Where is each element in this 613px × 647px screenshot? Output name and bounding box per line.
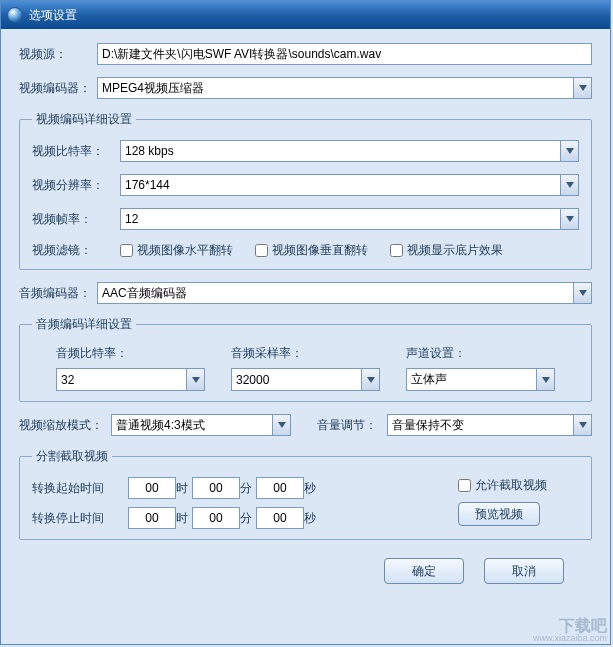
volume-value: 音量保持不变 <box>388 415 573 435</box>
chevron-down-icon <box>186 369 204 390</box>
video-fps-label: 视频帧率： <box>32 211 120 228</box>
scale-mode-select[interactable]: 普通视频4:3模式 <box>111 414 291 436</box>
video-filter-label: 视频滤镜： <box>32 242 120 259</box>
audio-bitrate-label: 音频比特率： <box>56 345 205 362</box>
video-settings-group: 视频编码详细设置 视频比特率： 128 kbps 视频分辨率： 176*144 … <box>19 111 592 270</box>
audio-encoder-select[interactable]: AAC音频编码器 <box>97 282 592 304</box>
audio-channel-label: 声道设置： <box>406 345 555 362</box>
audio-bitrate-value: 32 <box>57 369 186 390</box>
chevron-down-icon <box>560 175 578 195</box>
audio-settings-group: 音频编码详细设置 音频比特率： 32 音频采样率： 32000 <box>19 316 592 402</box>
video-encoder-label: 视频编码器： <box>19 80 97 97</box>
video-group-legend: 视频编码详细设置 <box>32 111 136 128</box>
watermark: 下载吧 www.xiazaiba.com <box>533 618 607 643</box>
stop-time-label: 转换停止时间 <box>32 510 128 527</box>
stop-sec-input[interactable] <box>256 507 304 529</box>
video-resolution-label: 视频分辨率： <box>32 177 120 194</box>
chevron-down-icon <box>573 415 591 435</box>
allow-segment-checkbox[interactable]: 允许截取视频 <box>458 477 547 494</box>
stop-hour-input[interactable] <box>128 507 176 529</box>
video-encoder-select[interactable]: MPEG4视频压缩器 <box>97 77 592 99</box>
flip-h-checkbox[interactable]: 视频图像水平翻转 <box>120 242 233 259</box>
unit-min: 分 <box>240 480 256 497</box>
unit-hour: 时 <box>176 510 192 527</box>
video-encoder-value: MPEG4视频压缩器 <box>98 78 573 98</box>
chevron-down-icon <box>560 141 578 161</box>
volume-select[interactable]: 音量保持不变 <box>387 414 592 436</box>
video-bitrate-select[interactable]: 128 kbps <box>120 140 579 162</box>
ok-button[interactable]: 确定 <box>384 558 464 584</box>
flip-v-checkbox[interactable]: 视频图像垂直翻转 <box>255 242 368 259</box>
start-hour-input[interactable] <box>128 477 176 499</box>
unit-sec: 秒 <box>304 480 320 497</box>
segment-legend: 分割截取视频 <box>32 448 112 465</box>
start-min-input[interactable] <box>192 477 240 499</box>
chevron-down-icon <box>573 283 591 303</box>
window-title: 选项设置 <box>29 7 77 24</box>
cancel-button[interactable]: 取消 <box>484 558 564 584</box>
video-resolution-select[interactable]: 176*144 <box>120 174 579 196</box>
preview-video-button[interactable]: 预览视频 <box>458 502 540 526</box>
settings-window: 选项设置 视频源： 视频编码器： MPEG4视频压缩器 视频编码详细设置 视频比… <box>0 0 611 645</box>
unit-min: 分 <box>240 510 256 527</box>
audio-encoder-label: 音频编码器： <box>19 285 97 302</box>
volume-label: 音量调节： <box>317 417 379 434</box>
video-source-input[interactable] <box>97 43 592 65</box>
negative-checkbox[interactable]: 视频显示底片效果 <box>390 242 503 259</box>
stop-min-input[interactable] <box>192 507 240 529</box>
start-time-label: 转换起始时间 <box>32 480 128 497</box>
chevron-down-icon <box>536 369 554 390</box>
audio-samplerate-select[interactable]: 32000 <box>231 368 380 391</box>
video-fps-value: 12 <box>121 209 560 229</box>
scale-mode-value: 普通视频4:3模式 <box>112 415 272 435</box>
video-bitrate-value: 128 kbps <box>121 141 560 161</box>
chevron-down-icon <box>560 209 578 229</box>
segment-group: 分割截取视频 转换起始时间 时 分 秒 转换停止时间 <box>19 448 592 540</box>
audio-group-legend: 音频编码详细设置 <box>32 316 136 333</box>
chevron-down-icon <box>272 415 290 435</box>
audio-channel-select[interactable]: 立体声 <box>406 368 555 391</box>
audio-encoder-value: AAC音频编码器 <box>98 283 573 303</box>
audio-bitrate-select[interactable]: 32 <box>56 368 205 391</box>
audio-samplerate-label: 音频采样率： <box>231 345 380 362</box>
chevron-down-icon <box>573 78 591 98</box>
unit-hour: 时 <box>176 480 192 497</box>
video-fps-select[interactable]: 12 <box>120 208 579 230</box>
audio-channel-value: 立体声 <box>407 369 536 390</box>
unit-sec: 秒 <box>304 510 320 527</box>
titlebar: 选项设置 <box>1 1 610 29</box>
start-sec-input[interactable] <box>256 477 304 499</box>
chevron-down-icon <box>361 369 379 390</box>
app-icon <box>7 7 23 23</box>
video-source-label: 视频源： <box>19 46 97 63</box>
video-resolution-value: 176*144 <box>121 175 560 195</box>
video-bitrate-label: 视频比特率： <box>32 143 120 160</box>
scale-mode-label: 视频缩放模式： <box>19 417 103 434</box>
content: 视频源： 视频编码器： MPEG4视频压缩器 视频编码详细设置 视频比特率： 1… <box>1 29 610 594</box>
audio-samplerate-value: 32000 <box>232 369 361 390</box>
